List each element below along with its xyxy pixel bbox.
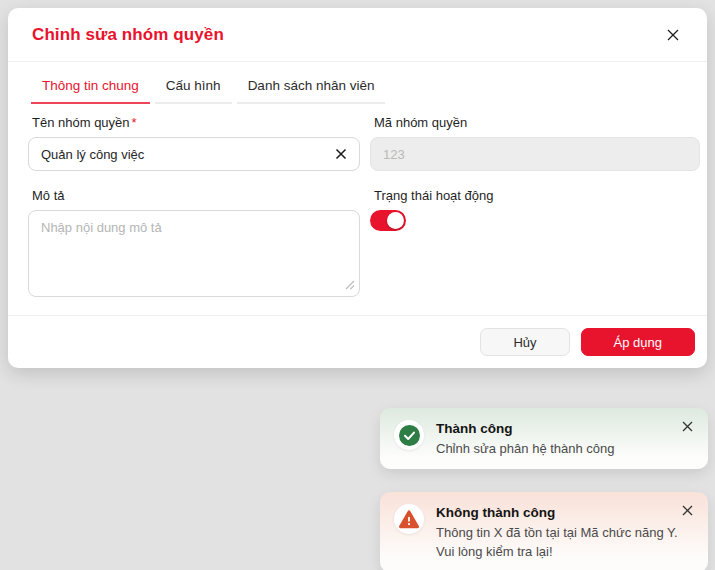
warning-triangle-icon <box>399 510 419 529</box>
modal-title: Chỉnh sửa nhóm quyền <box>32 25 224 45</box>
modal-tabs: Thông tin chung Cấu hình Danh sách nhân … <box>8 62 707 104</box>
tab-danh-sach-nhan-vien[interactable]: Danh sách nhân viên <box>237 62 386 104</box>
name-input[interactable] <box>28 137 360 171</box>
tab-thong-tin-chung[interactable]: Thông tin chung <box>31 62 150 104</box>
modal-close-button[interactable] <box>663 25 683 45</box>
field-group-status: Trạng thái hoạt động <box>370 187 700 300</box>
toast-error-close-button[interactable] <box>679 502 696 519</box>
clear-x-icon <box>334 147 348 161</box>
modal-body: Tên nhóm quyền* Mã nhóm quyền <box>8 104 707 315</box>
success-icon-circle <box>394 420 424 450</box>
close-icon <box>681 504 694 517</box>
success-check-icon <box>399 425 420 446</box>
toast-success-body: Thành công Chỉnh sửa phân hệ thành công <box>436 419 694 458</box>
status-toggle[interactable] <box>370 210 406 231</box>
modal-footer: Hủy Áp dụng <box>8 315 707 368</box>
toast-success-message: Chỉnh sửa phân hệ thành công <box>436 439 686 458</box>
toast-error-body: Không thành công Thông tin X đã tồn tại … <box>436 503 694 561</box>
field-group-name: Tên nhóm quyền* <box>28 114 360 171</box>
tab-cau-hinh[interactable]: Cấu hình <box>155 62 232 104</box>
error-icon-circle <box>394 504 424 534</box>
description-textarea[interactable] <box>28 210 360 297</box>
toast-success-title: Thành công <box>436 419 694 438</box>
apply-button[interactable]: Áp dụng <box>581 328 695 356</box>
modal-header: Chỉnh sửa nhóm quyền <box>8 8 707 62</box>
status-field-label: Trạng thái hoạt động <box>370 187 700 205</box>
toast-error-title: Không thành công <box>436 503 694 522</box>
cancel-button[interactable]: Hủy <box>480 328 569 356</box>
name-field-label: Tên nhóm quyền* <box>28 114 360 132</box>
code-field-label: Mã nhóm quyền <box>370 114 700 132</box>
description-field-label: Mô tả <box>28 187 360 205</box>
required-asterisk: * <box>132 115 137 130</box>
field-group-description: Mô tả <box>28 187 360 300</box>
field-group-code: Mã nhóm quyền <box>370 114 700 171</box>
clear-name-button[interactable] <box>332 145 350 163</box>
page-background: { "colors": { "brand_red": "#e8132d", "s… <box>0 0 715 570</box>
code-input <box>370 137 700 171</box>
toast-success-close-button[interactable] <box>679 418 696 435</box>
close-icon <box>681 420 694 433</box>
edit-permission-group-modal: Chỉnh sửa nhóm quyền Thông tin chung Cấu… <box>8 8 707 368</box>
toggle-knob <box>387 212 404 229</box>
toast-error: Không thành công Thông tin X đã tồn tại … <box>380 492 708 570</box>
name-field-label-text: Tên nhóm quyền <box>32 115 130 130</box>
toast-error-message: Thông tin X đã tồn tại tại Mã chức năng … <box>436 523 686 561</box>
toast-success: Thành công Chỉnh sửa phân hệ thành công <box>380 408 708 469</box>
close-icon <box>665 27 681 43</box>
